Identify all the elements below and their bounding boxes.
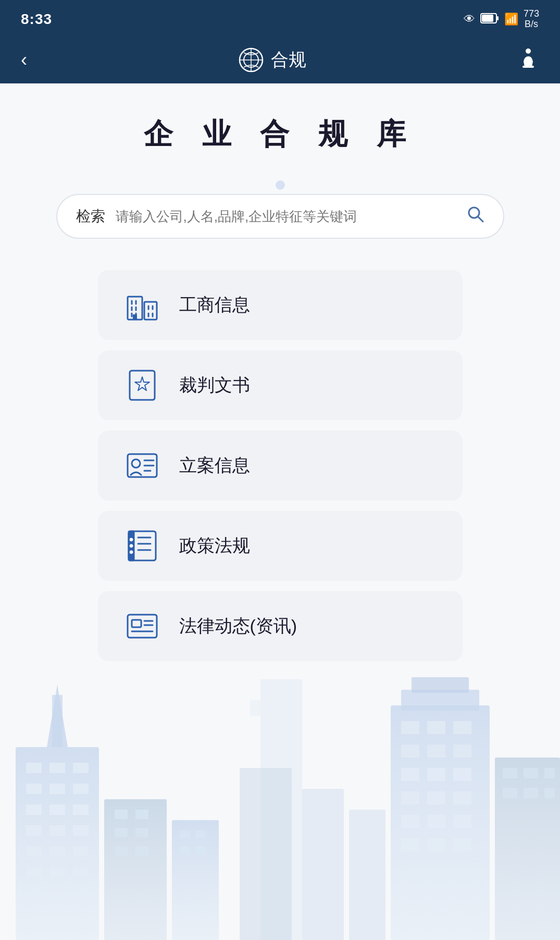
svg-rect-84 bbox=[453, 721, 471, 734]
svg-rect-68 bbox=[115, 810, 128, 819]
svg-rect-82 bbox=[401, 721, 419, 734]
app-logo bbox=[239, 47, 264, 72]
menu-item-case-info[interactable]: 立案信息 bbox=[98, 431, 463, 500]
svg-rect-75 bbox=[180, 831, 190, 838]
svg-rect-12 bbox=[144, 302, 157, 320]
menu-item-court-doc[interactable]: 裁判文书 bbox=[98, 350, 463, 420]
svg-rect-53 bbox=[49, 784, 65, 794]
svg-rect-88 bbox=[401, 768, 419, 781]
svg-rect-103 bbox=[544, 768, 555, 778]
battery-icon bbox=[480, 13, 499, 27]
svg-rect-72 bbox=[115, 846, 128, 856]
status-time: 8:33 bbox=[21, 11, 52, 28]
svg-rect-73 bbox=[135, 846, 148, 856]
svg-rect-96 bbox=[453, 815, 471, 828]
menu-list: 工商信息 裁判文书 bbox=[98, 270, 463, 661]
id-card-icon bbox=[124, 447, 160, 484]
svg-rect-85 bbox=[401, 744, 419, 758]
svg-rect-77 bbox=[180, 846, 190, 854]
svg-rect-69 bbox=[135, 810, 148, 819]
svg-rect-102 bbox=[524, 768, 538, 778]
avatar-icon[interactable] bbox=[517, 47, 539, 74]
bookmark-star-icon bbox=[124, 367, 160, 404]
svg-point-36 bbox=[130, 538, 133, 541]
nav-bar: ‹ 合规 bbox=[0, 36, 560, 83]
svg-point-27 bbox=[132, 459, 140, 468]
signal-text: 773B/s bbox=[524, 9, 539, 30]
news-card-icon bbox=[124, 608, 160, 644]
menu-label-policy-law: 政策法规 bbox=[179, 534, 250, 558]
svg-rect-87 bbox=[453, 744, 471, 758]
svg-rect-92 bbox=[427, 791, 445, 804]
svg-rect-70 bbox=[115, 828, 128, 837]
svg-rect-74 bbox=[172, 820, 219, 940]
svg-rect-93 bbox=[453, 791, 471, 804]
svg-rect-24 bbox=[130, 371, 155, 400]
svg-rect-58 bbox=[26, 825, 42, 836]
app-title: 合规 bbox=[271, 48, 306, 72]
svg-rect-63 bbox=[73, 846, 89, 857]
nav-title: 合规 bbox=[239, 47, 306, 72]
svg-rect-60 bbox=[73, 825, 89, 836]
svg-rect-94 bbox=[401, 815, 419, 828]
svg-rect-97 bbox=[401, 838, 419, 851]
svg-rect-108 bbox=[302, 789, 344, 940]
svg-rect-66 bbox=[73, 867, 89, 877]
svg-line-10 bbox=[478, 217, 483, 222]
search-icon[interactable] bbox=[467, 205, 484, 227]
svg-rect-101 bbox=[503, 768, 517, 778]
wifi-icon: 📶 bbox=[504, 13, 518, 26]
svg-rect-45 bbox=[250, 700, 260, 716]
status-bar: 8:33 👁 📶 773B/s bbox=[0, 0, 560, 36]
svg-rect-65 bbox=[49, 867, 65, 877]
svg-rect-78 bbox=[195, 846, 206, 854]
svg-marker-25 bbox=[135, 377, 150, 390]
menu-label-business-info: 工商信息 bbox=[179, 293, 250, 317]
svg-rect-55 bbox=[26, 804, 42, 815]
menu-label-court-doc: 裁判文书 bbox=[179, 373, 250, 397]
svg-rect-62 bbox=[49, 846, 65, 857]
svg-rect-81 bbox=[412, 677, 469, 693]
svg-rect-86 bbox=[427, 744, 445, 758]
menu-label-case-info: 立案信息 bbox=[179, 454, 250, 478]
svg-rect-8 bbox=[522, 66, 534, 68]
svg-rect-57 bbox=[73, 804, 89, 815]
building-icon bbox=[124, 287, 160, 323]
search-bar[interactable]: 检索 bbox=[56, 194, 504, 239]
svg-rect-109 bbox=[349, 810, 385, 940]
search-container: 检索 bbox=[56, 194, 504, 239]
svg-rect-95 bbox=[427, 815, 445, 828]
svg-rect-50 bbox=[49, 763, 65, 773]
svg-rect-98 bbox=[427, 838, 445, 851]
svg-point-37 bbox=[130, 544, 133, 547]
menu-item-policy-law[interactable]: 政策法规 bbox=[98, 511, 463, 581]
title-decoration bbox=[276, 180, 285, 190]
svg-rect-107 bbox=[240, 768, 292, 940]
svg-rect-76 bbox=[195, 831, 206, 838]
svg-rect-61 bbox=[26, 846, 42, 857]
eye-icon: 👁 bbox=[464, 13, 475, 26]
page-title: 企 业 合 规 库 bbox=[42, 115, 518, 154]
svg-rect-104 bbox=[503, 788, 517, 798]
menu-item-legal-news[interactable]: 法律动态(资讯) bbox=[98, 591, 463, 661]
cityscape-illustration bbox=[0, 653, 560, 940]
menu-item-business-info[interactable]: 工商信息 bbox=[98, 270, 463, 340]
svg-rect-59 bbox=[49, 825, 65, 836]
svg-rect-100 bbox=[495, 758, 560, 940]
svg-rect-105 bbox=[524, 788, 538, 798]
svg-point-7 bbox=[526, 48, 531, 54]
back-button[interactable]: ‹ bbox=[21, 49, 27, 71]
svg-rect-1 bbox=[497, 16, 499, 20]
svg-rect-83 bbox=[427, 721, 445, 734]
search-label: 检索 bbox=[76, 206, 105, 226]
svg-rect-99 bbox=[453, 838, 471, 851]
svg-rect-54 bbox=[73, 784, 89, 794]
svg-rect-64 bbox=[26, 867, 42, 877]
svg-rect-52 bbox=[26, 784, 42, 794]
svg-rect-23 bbox=[133, 314, 137, 320]
search-input[interactable] bbox=[116, 209, 456, 225]
svg-rect-48 bbox=[52, 695, 63, 747]
svg-rect-46 bbox=[16, 747, 99, 940]
svg-rect-49 bbox=[26, 763, 42, 773]
svg-rect-51 bbox=[73, 763, 89, 773]
